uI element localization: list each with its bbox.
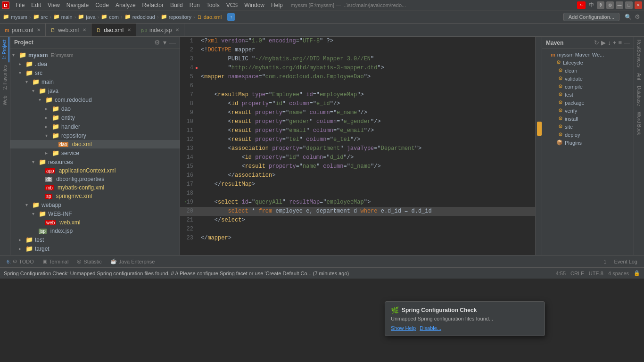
event-log-tab[interactable]: Event Log (610, 258, 641, 265)
rail-project-tab[interactable]: 1: Project (0, 37, 9, 62)
menu-build[interactable]: Build (167, 1, 186, 9)
tree-item-src[interactable]: 📁 src (10, 68, 180, 77)
tab-index-jsp[interactable]: jsp index.jsp ✕ (136, 24, 184, 36)
menu-analyze[interactable]: Analyze (112, 1, 139, 9)
maven-test[interactable]: ⚙ test (542, 90, 634, 99)
tree-item-repository[interactable]: 📁 repository (10, 131, 180, 140)
breadcrumb-redocloud[interactable]: 📁 redocloud (124, 14, 155, 20)
rail-database-tab[interactable]: Database (635, 83, 643, 109)
tab-web-xml[interactable]: 🗋 web.xml ✕ (46, 24, 91, 36)
tree-item-entity[interactable]: 📁 entity (10, 113, 180, 122)
settings-toolbar-icon[interactable]: ⚙ (634, 13, 641, 21)
maven-compile[interactable]: ⚙ compile (542, 82, 634, 90)
tree-item-appcontext[interactable]: app applicationContext.xml (10, 166, 180, 175)
sidebar-settings-btn[interactable]: ⚙ (154, 39, 160, 46)
tree-item-resources[interactable]: 📁 resources (10, 157, 180, 166)
menu-vcs[interactable]: VCS (223, 1, 241, 9)
close-pom-tab[interactable]: ✕ (37, 27, 41, 33)
add-configuration-button[interactable]: Add Configuration... (563, 13, 619, 21)
close-btn[interactable]: ✕ (635, 1, 642, 9)
tree-item-springmvc[interactable]: sp springmvc.xml (10, 192, 180, 200)
close-jsp-tab[interactable]: ✕ (175, 27, 179, 33)
tab-dao-xml[interactable]: 🗋 dao.xml ✕ (91, 24, 136, 36)
maven-download-btn[interactable]: ↓ (608, 39, 611, 46)
status-line-col[interactable]: 4:55 (556, 271, 566, 276)
menu-window[interactable]: Window (241, 1, 268, 9)
menu-navigate[interactable]: Navigate (63, 1, 92, 9)
maven-run-btn[interactable]: ▶ (601, 39, 606, 46)
mic-icon[interactable]: 🎙 (597, 1, 604, 9)
tree-item-com-redocloud[interactable]: 📁 com.redocloud (10, 95, 180, 104)
maven-refresh-btn[interactable]: ↻ (594, 39, 599, 46)
terminal-tab[interactable]: ▣ Terminal (39, 257, 73, 265)
tree-item-dbconfig[interactable]: db dbconfig.properties (10, 175, 180, 183)
maximize-btn[interactable]: □ (625, 1, 633, 9)
tree-item-indexjsp[interactable]: jsp index.jsp (10, 227, 180, 235)
status-encoding[interactable]: UTF-8 (589, 271, 603, 276)
tree-item-idea[interactable]: 📁 .idea (10, 59, 180, 68)
maven-package[interactable]: ⚙ package (542, 99, 634, 107)
rail-favorites-tab[interactable]: 2: Favorites (1, 62, 9, 92)
tree-item-mybatis[interactable]: mb mybatis-config.xml (10, 183, 180, 192)
rail-web-tab[interactable]: Web (1, 93, 9, 108)
breadcrumb-src[interactable]: 📁 src (33, 14, 48, 20)
tree-item-target[interactable]: 📁 target (10, 244, 180, 253)
menu-code[interactable]: Code (92, 1, 112, 9)
close-daoxml-tab[interactable]: ✕ (127, 27, 131, 33)
settings-icon[interactable]: ⚙ (606, 1, 614, 9)
close-webxml-tab[interactable]: ✕ (83, 27, 86, 33)
breadcrumb-daoxml[interactable]: 🗋 dao.xml (197, 14, 222, 20)
tree-item-dao-xml[interactable]: dao dao.xml (10, 140, 180, 148)
tab-pom-xml[interactable]: m pom.xml ✕ (0, 24, 46, 36)
tree-item-test[interactable]: 📁 test (10, 235, 180, 244)
menu-file[interactable]: File (12, 1, 28, 9)
breadcrumb-myssm[interactable]: 📁 myssm (3, 14, 27, 20)
tree-item-webapp[interactable]: 📁 webapp (10, 200, 180, 209)
maven-verify[interactable]: ⚙ verify (542, 107, 634, 115)
maven-lifecycle-section[interactable]: ⚙ Lifecycle (542, 58, 634, 66)
maven-validate[interactable]: ⚙ validate (542, 74, 634, 82)
code-editor[interactable]: 1 <?xml version="1.0" encoding="UTF-8" ?… (180, 37, 535, 255)
project-folder-icon: 📁 (19, 51, 26, 58)
status-crlf[interactable]: CRLF (570, 271, 584, 276)
maven-more-btn[interactable]: ≡ (618, 39, 622, 46)
tree-item-dao[interactable]: 📁 dao (10, 104, 180, 113)
statistic-tab[interactable]: ◎ Statistic (73, 257, 106, 265)
search-everywhere-icon[interactable]: 🔍 (624, 13, 632, 21)
maven-root-item[interactable]: m myssm Maven We... (542, 51, 634, 58)
maven-site[interactable]: ⚙ site (542, 123, 634, 131)
rail-ant-tab[interactable]: Ant (635, 70, 643, 83)
maven-clean[interactable]: ⚙ clean (542, 66, 634, 74)
editor-scrollbar[interactable] (535, 37, 542, 255)
menu-run[interactable]: Run (186, 1, 203, 9)
tree-item-service[interactable]: 📁 service (10, 148, 180, 157)
minimize-btn[interactable]: — (616, 1, 623, 9)
maven-deploy[interactable]: ⚙ deploy (542, 131, 634, 139)
javaenterprise-tab[interactable]: ☕ Java Enterprise (107, 257, 158, 265)
maven-install[interactable]: ⚙ install (542, 115, 634, 123)
maven-plugins-section[interactable]: 📦 Plugins (542, 139, 634, 147)
rail-wordbook-tab[interactable]: Word Book (635, 109, 643, 138)
menu-refactor[interactable]: Refactor (139, 1, 167, 9)
sidebar-hide-btn[interactable]: ▾ (163, 39, 166, 46)
sidebar-close-btn[interactable]: — (169, 39, 176, 46)
menu-tools[interactable]: Tools (203, 1, 223, 9)
tree-item-main[interactable]: 📁 main (10, 77, 180, 86)
todo-tab[interactable]: 6: ⊙ TODO (3, 257, 38, 265)
tree-item-handler[interactable]: 📁 handler (10, 122, 180, 131)
rail-restservices-tab[interactable]: RestServices (635, 37, 643, 70)
breadcrumb-java[interactable]: 📁 java (78, 14, 95, 20)
menu-edit[interactable]: Edit (28, 1, 44, 9)
menu-help[interactable]: Help (268, 1, 286, 9)
tree-item-java[interactable]: 📁 java (10, 86, 180, 95)
tree-item-webinf[interactable]: 📁 WEB-INF (10, 209, 180, 218)
tree-item-webxml[interactable]: web web.xml (10, 218, 180, 227)
maven-add-btn[interactable]: + (613, 39, 617, 46)
breadcrumb-com[interactable]: 📁 com (101, 14, 119, 20)
maven-minimize-btn[interactable]: — (624, 39, 630, 46)
breadcrumb-main[interactable]: 📁 main (53, 14, 73, 20)
menu-view[interactable]: View (44, 1, 63, 9)
tree-item-myssm[interactable]: 📁 myssm E:\myssm (10, 50, 180, 59)
status-indent[interactable]: 4 spaces (608, 271, 629, 276)
breadcrumb-repository[interactable]: 📁 repository (161, 14, 191, 20)
